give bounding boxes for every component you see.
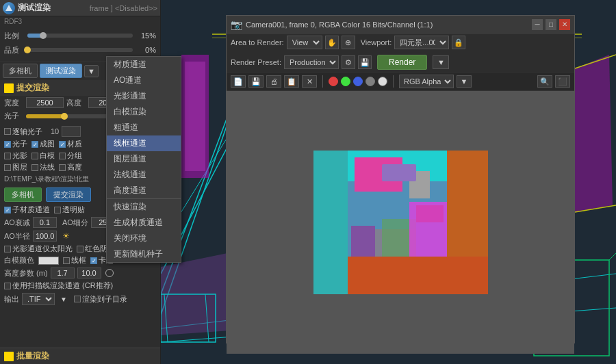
menu-item-ao[interactable]: AO通道 — [107, 73, 181, 88]
menu-item-white-model[interactable]: 白模渲染 — [107, 104, 181, 120]
height-param-input1[interactable] — [51, 268, 75, 278]
ao-decay-input[interactable] — [33, 217, 57, 228]
width-input[interactable] — [26, 97, 64, 108]
compose-checkbox[interactable] — [31, 141, 38, 148]
hand-icon-btn[interactable]: ✋ — [325, 36, 339, 49]
channel-dropdown-btn[interactable]: ▼ — [457, 75, 472, 88]
lock-icon-btn[interactable]: 🔒 — [452, 36, 465, 49]
layer-checkbox[interactable] — [4, 164, 11, 171]
menu-item-wireframe[interactable]: 线框通道 — [107, 135, 181, 151]
zoom-in-btn[interactable]: 🔍 — [537, 75, 552, 88]
white-color-swatch[interactable] — [38, 257, 59, 265]
save-icon-btn[interactable]: 💾 — [248, 75, 264, 88]
quality-slider[interactable] — [27, 48, 133, 52]
menu-item-rough[interactable]: 粗通道 — [107, 120, 181, 135]
clear-icon-btn[interactable]: ✕ — [302, 75, 317, 88]
ratio-label: 比例 — [4, 31, 25, 41]
render-dropdown-btn[interactable]: ▼ — [433, 55, 449, 69]
minimize-button[interactable]: ─ — [532, 19, 543, 30]
scene-chandelier — [382, 164, 416, 181]
area-render-select[interactable]: View — [287, 36, 322, 49]
output-row: 输出 .TIF ▼ 渲染到子目录 — [0, 291, 160, 307]
height-checkbox[interactable] — [59, 164, 66, 171]
render-to-dir-cb: 渲染到子目录 — [74, 294, 127, 304]
white-channel-dot[interactable] — [378, 77, 387, 86]
scene-pink-rect — [409, 202, 447, 257]
material-checkbox[interactable] — [59, 141, 66, 148]
render-button[interactable]: Render — [377, 55, 427, 70]
quality-label: 品质 — [4, 45, 25, 55]
blue-channel-dot[interactable] — [353, 77, 363, 86]
file-icon-btn[interactable]: 📄 — [231, 75, 246, 88]
group-checkbox[interactable] — [59, 153, 66, 159]
menu-item-material-channel[interactable]: 材质通道 — [107, 57, 181, 73]
axis-input[interactable] — [62, 126, 81, 137]
sun-only-checkbox[interactable] — [4, 246, 11, 252]
output-format-select[interactable]: .TIF — [22, 293, 55, 305]
menu-item-shadow[interactable]: 光影通道 — [107, 88, 181, 104]
material-label: 材质 — [67, 139, 82, 149]
red-channel-dot[interactable] — [329, 77, 338, 86]
transparent-label: 透明贴 — [62, 205, 85, 215]
close-button[interactable]: ✕ — [559, 19, 570, 30]
render-window-titlebar: 📷 Camera001, frame 0, RGBA Color 16 Bits… — [227, 16, 574, 34]
dropdown-small-icon: ▼ — [60, 296, 67, 303]
red-shadow-checkbox[interactable] — [77, 246, 84, 252]
save-preset-icon-btn[interactable]: 💾 — [358, 55, 372, 69]
shadow-checkbox[interactable] — [4, 153, 11, 159]
axis-value: 10 — [51, 127, 59, 135]
display-btn[interactable]: ⬛ — [555, 75, 570, 88]
menu-item-layer[interactable]: 图层通道 — [107, 151, 181, 167]
sub-material-checkbox[interactable] — [4, 207, 11, 213]
ratio-slider[interactable] — [27, 34, 133, 38]
dropdown-arrow: ▼ — [88, 67, 95, 75]
submit-render-btn[interactable]: 提交渲染 — [46, 187, 91, 202]
menu-item-fast-render[interactable]: 快速渲染 — [107, 199, 181, 215]
multi-camera-btn[interactable]: 多相机 — [4, 187, 42, 202]
dropdown-button[interactable]: ▼ — [84, 65, 99, 77]
tab-test-render[interactable]: 测试渲染 — [40, 64, 82, 78]
dropdown-context-menu: 材质通道 AO通道 光影通道 白模渲染 粗通道 线框通道 图层通道 法线通道 高… — [106, 56, 181, 263]
photon-checkbox[interactable] — [4, 141, 11, 148]
path-label: D:\TEMP_\录教程\渲染\北里 — [4, 174, 89, 184]
photon-check-item: 光子 — [4, 139, 27, 149]
menu-item-random-seed[interactable]: 更新随机种子 — [107, 246, 181, 262]
render-preset-select[interactable]: Production — [284, 55, 339, 69]
viewport-select[interactable]: 四元景...001 — [394, 36, 449, 49]
menu-item-gen-material[interactable]: 生成材质通道 — [107, 215, 181, 231]
height-label: 高度 — [66, 98, 86, 108]
menu-item-close-env[interactable]: 关闭环境 — [107, 231, 181, 246]
line-checkbox[interactable] — [31, 164, 38, 171]
copy-icon-btn[interactable]: 📋 — [284, 75, 299, 88]
print-icon-btn[interactable]: 🖨 — [266, 75, 281, 88]
sidebar-topbar: 测试渲染 frame ] <Disabled>> — [0, 0, 160, 16]
height-param-label: 高度参数 (m) — [4, 268, 48, 278]
transparent-checkbox[interactable] — [54, 207, 61, 213]
scanline-cb: 使用扫描线渲染通道 (CR推荐) — [4, 281, 113, 291]
line-label: 法线 — [40, 162, 55, 172]
channel-select[interactable]: RGB Alpha — [399, 75, 454, 88]
line-wire-checkbox[interactable] — [63, 257, 70, 264]
maximize-button[interactable]: □ — [546, 19, 556, 30]
axis-label-item: 逐轴光子 — [4, 127, 42, 137]
scanline-label: 使用扫描线渲染通道 (CR推荐) — [12, 281, 113, 291]
white-model-checkbox[interactable] — [31, 153, 38, 159]
ao-radius-input[interactable] — [33, 231, 57, 242]
area-render-group: Area to Render: View ✋ ⊕ — [231, 36, 355, 49]
menu-item-normal[interactable]: 法线通道 — [107, 167, 181, 183]
render-to-dir-checkbox[interactable] — [74, 296, 81, 302]
scanline-checkbox[interactable] — [4, 283, 11, 289]
green-channel-dot[interactable] — [341, 77, 350, 86]
batch-label: 批量渲染 — [16, 350, 49, 362]
scanline-row: 使用扫描线渲染通道 (CR推荐) — [0, 280, 160, 291]
ratio-value: 15% — [136, 31, 156, 40]
settings-icon-btn[interactable]: ⚙ — [342, 55, 355, 69]
alpha-channel-dot[interactable] — [365, 77, 375, 86]
tab-multi-camera[interactable]: 多相机 — [3, 64, 38, 78]
menu-item-height[interactable]: 高度通道 — [107, 183, 181, 198]
render-toolbar-row1: Area to Render: View ✋ ⊕ Viewport: 四元景..… — [227, 34, 574, 73]
card-edge-checkbox[interactable] — [90, 257, 97, 264]
height-param-input2[interactable] — [77, 268, 101, 278]
axis-checkbox[interactable] — [4, 128, 11, 135]
crosshair-icon-btn[interactable]: ⊕ — [342, 36, 355, 49]
